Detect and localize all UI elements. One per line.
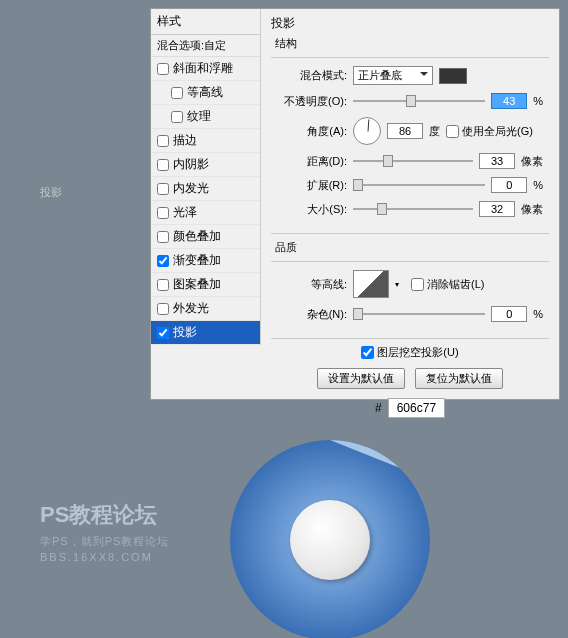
antialias-check[interactable]: 消除锯齿(L): [411, 277, 484, 292]
size-input[interactable]: [479, 201, 515, 217]
pupil: [290, 500, 370, 580]
drop-shadow-panel: 投影 结构 混合模式: 正片叠底 不透明度(O): % 角度(A): 度 使用全…: [261, 9, 559, 399]
size-slider[interactable]: [353, 201, 473, 217]
style-inner-shadow[interactable]: 内阴影: [151, 153, 260, 177]
shadow-color-swatch[interactable]: [439, 68, 467, 84]
hex-color-display: # 606c77: [375, 398, 445, 418]
make-default-button[interactable]: 设置为默认值: [317, 368, 405, 389]
noise-input[interactable]: [491, 306, 527, 322]
chk-stroke[interactable]: [157, 135, 169, 147]
style-bevel[interactable]: 斜面和浮雕: [151, 57, 260, 81]
chk-color-overlay[interactable]: [157, 231, 169, 243]
contour-dropdown-icon[interactable]: ▾: [395, 280, 405, 289]
chk-gradient-overlay[interactable]: [157, 255, 169, 267]
spread-slider[interactable]: [353, 177, 485, 193]
size-label: 大小(S):: [277, 202, 347, 217]
chk-contour-sub[interactable]: [171, 87, 183, 99]
angle-dial[interactable]: [353, 117, 381, 145]
chk-inner-glow[interactable]: [157, 183, 169, 195]
size-unit: 像素: [521, 202, 543, 217]
noise-unit: %: [533, 308, 543, 320]
contour-label: 等高线:: [277, 277, 347, 292]
chk-texture[interactable]: [171, 111, 183, 123]
outside-label: 投影: [40, 185, 62, 200]
sidebar-header: 样式: [151, 9, 260, 35]
contour-picker[interactable]: [353, 270, 389, 298]
blend-mode-label: 混合模式:: [277, 68, 347, 83]
distance-unit: 像素: [521, 154, 543, 169]
style-gradient-overlay[interactable]: 渐变叠加: [151, 249, 260, 273]
opacity-label: 不透明度(O):: [277, 94, 347, 109]
style-contour-sub[interactable]: 等高线: [151, 81, 260, 105]
opacity-unit: %: [533, 95, 543, 107]
style-satin[interactable]: 光泽: [151, 201, 260, 225]
style-pattern-overlay[interactable]: 图案叠加: [151, 273, 260, 297]
style-drop-shadow[interactable]: 投影: [151, 321, 260, 345]
reset-default-button[interactable]: 复位为默认值: [415, 368, 503, 389]
style-inner-glow[interactable]: 内发光: [151, 177, 260, 201]
chk-satin[interactable]: [157, 207, 169, 219]
chk-pattern-overlay[interactable]: [157, 279, 169, 291]
quality-group: 等高线: ▾ 消除锯齿(L) 杂色(N): %: [271, 261, 549, 339]
hash-symbol: #: [375, 401, 382, 415]
layer-style-dialog: 样式 混合选项:自定 斜面和浮雕 等高线 纹理 描边 内阴影 内发光 光泽 颜色…: [150, 8, 560, 400]
style-texture[interactable]: 纹理: [151, 105, 260, 129]
distance-label: 距离(D):: [277, 154, 347, 169]
spread-input[interactable]: [491, 177, 527, 193]
chk-outer-glow[interactable]: [157, 303, 169, 315]
panel-title: 投影: [271, 15, 549, 32]
hex-value-box[interactable]: 606c77: [388, 398, 445, 418]
style-stroke[interactable]: 描边: [151, 129, 260, 153]
noise-label: 杂色(N):: [277, 307, 347, 322]
angle-unit: 度: [429, 124, 440, 139]
style-color-overlay[interactable]: 颜色叠加: [151, 225, 260, 249]
spread-unit: %: [533, 179, 543, 191]
watermark-title: PS教程论坛: [40, 500, 169, 530]
structure-label: 结构: [275, 36, 549, 51]
watermark-sub: 学PS，就到PS教程论坛: [40, 534, 169, 549]
structure-group: 混合模式: 正片叠底 不透明度(O): % 角度(A): 度 使用全局光(G) …: [271, 57, 549, 234]
watermark-url: BBS.16XX8.COM: [40, 551, 169, 563]
blend-mode-select[interactable]: 正片叠底: [353, 66, 433, 85]
knockout-check[interactable]: 图层挖空投影(U): [361, 345, 458, 360]
styles-sidebar: 样式 混合选项:自定 斜面和浮雕 等高线 纹理 描边 内阴影 内发光 光泽 颜色…: [151, 9, 261, 345]
watermark: PS教程论坛 学PS，就到PS教程论坛 BBS.16XX8.COM: [40, 500, 169, 563]
angle-input[interactable]: [387, 123, 423, 139]
chk-drop-shadow[interactable]: [157, 327, 169, 339]
distance-slider[interactable]: [353, 153, 473, 169]
opacity-input[interactable]: [491, 93, 527, 109]
distance-input[interactable]: [479, 153, 515, 169]
chk-inner-shadow[interactable]: [157, 159, 169, 171]
noise-slider[interactable]: [353, 306, 485, 322]
chk-bevel[interactable]: [157, 63, 169, 75]
quality-label: 品质: [275, 240, 549, 255]
eye-graphic: [230, 440, 430, 638]
style-outer-glow[interactable]: 外发光: [151, 297, 260, 321]
angle-label: 角度(A):: [277, 124, 347, 139]
global-light-check[interactable]: 使用全局光(G): [446, 124, 533, 139]
opacity-slider[interactable]: [353, 93, 485, 109]
spread-label: 扩展(R):: [277, 178, 347, 193]
blend-options-row[interactable]: 混合选项:自定: [151, 35, 260, 57]
